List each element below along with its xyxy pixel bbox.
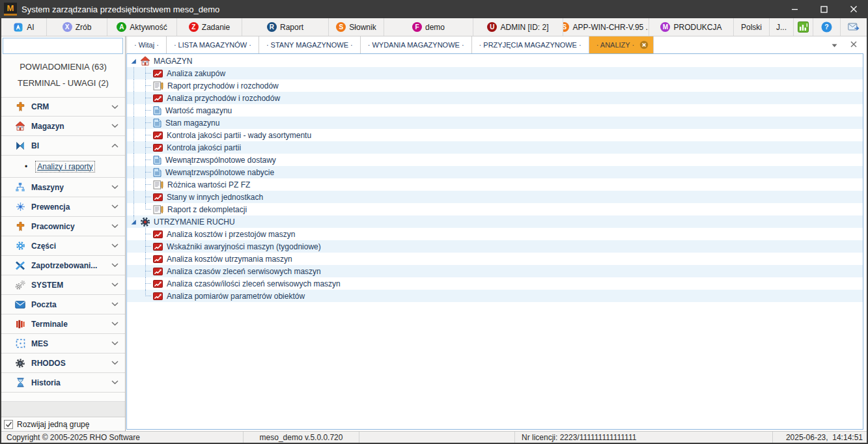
sidebar-item-maszyny-label: Maszyny <box>31 183 111 192</box>
sidebar-item-prewencja[interactable]: Prewencja <box>1 197 125 217</box>
sidebar: POWIADOMIENIA (63) TERMINAL - UWAGI (2) … <box>1 36 126 431</box>
tree-item[interactable]: Stany w innych jednostkach <box>127 191 863 203</box>
ai-icon <box>13 22 23 33</box>
jezyk-button[interactable]: J... <box>770 18 794 36</box>
x_blue-icon <box>14 260 26 271</box>
tree-group-2[interactable]: UTRZYMANIE RUCHU <box>127 215 863 228</box>
chevron-down-icon <box>111 224 119 229</box>
slownik-button[interactable]: SSłownik <box>329 18 384 36</box>
tab-lista-magazynow[interactable]: · LISTA MAGAZYNÓW · <box>167 36 259 53</box>
tree-item[interactable]: Analiza pomiarów parametrów obiektów <box>127 290 863 302</box>
tree-connector <box>133 191 134 203</box>
ai-button-label: AI <box>27 23 34 32</box>
admin-user-button[interactable]: UADMIN [ID: 2] <box>473 18 563 36</box>
sidebar-item-terminale[interactable]: Terminale <box>1 314 125 334</box>
sidebar-item-historia[interactable]: Historia <box>1 373 125 393</box>
tree-item[interactable]: Analiza czasów zleceń serwisowych maszyn <box>127 265 863 277</box>
expand-one-group-checkbox[interactable] <box>4 420 13 429</box>
terminal-notes-link[interactable]: TERMINAL - UWAGI (2) <box>1 77 125 89</box>
report-icon <box>153 205 163 214</box>
sidebar-item-rhodos[interactable]: RHODOS <box>1 354 125 373</box>
tab-przyjecia-magazynowe[interactable]: · PRZYJĘCIA MAGAZYNOWE · <box>472 36 589 53</box>
produkcja-button[interactable]: MPRODUKCJA <box>649 18 734 36</box>
statusbar-spacer <box>359 432 515 443</box>
tree-item[interactable]: Różnica wartości PZ FZ <box>127 178 863 191</box>
report-icon <box>153 81 163 90</box>
tree-item[interactable]: Analiza kosztów i przestojów maszyn <box>127 228 863 240</box>
minimize-button[interactable] <box>780 0 809 18</box>
f-circle-icon: F <box>412 22 422 32</box>
chevron-down-icon <box>111 380 119 385</box>
zrob-button[interactable]: XZrób <box>47 18 107 36</box>
tree-item[interactable]: Analiza przychodów i rozchodów <box>127 92 863 104</box>
zadanie-button[interactable]: ZZadanie <box>177 18 242 36</box>
tree-connector <box>133 166 134 178</box>
sidebar-item-maszyny[interactable]: Maszyny <box>1 178 125 197</box>
tab-analizy[interactable]: · ANALIZY · <box>589 36 654 53</box>
tree-item-label: Analiza pomiarów parametrów obiektów <box>167 292 305 301</box>
app-version-button-label: APP-WIN-CHR-V.95 ... <box>572 23 649 32</box>
tab-list-dropdown-button[interactable] <box>832 41 837 49</box>
tree-item[interactable]: Wewnątrzwspólnotowe nabycie <box>127 166 863 178</box>
tree-item-label: Raport z dekompletacji <box>167 205 247 214</box>
tree-item[interactable]: Analiza kosztów utrzymania maszyn <box>127 253 863 265</box>
tab-witaj[interactable]: · Witaj · <box>126 36 167 53</box>
tree-item-label: Wewnątrzwspólnotowe dostawy <box>165 156 276 165</box>
tree-item[interactable]: Analiza zakupów <box>127 67 863 79</box>
sidebar-search-input[interactable] <box>3 38 123 54</box>
tree-connector <box>133 154 134 166</box>
app-version-button[interactable]: SAPP-WIN-CHR-V.95 ... <box>563 18 649 36</box>
polski-button[interactable]: Polski <box>734 18 770 36</box>
sidebar-item-poczta-label: Poczta <box>31 300 111 309</box>
tree-item[interactable]: Raport z dekompletacji <box>127 203 863 215</box>
sidebar-item-zapotrzebowania[interactable]: Zapotrzebowani... <box>1 256 125 275</box>
titlebar: M System zarządzania przedsiębiorstwem m… <box>0 0 868 18</box>
u-circle-icon: U <box>487 22 497 32</box>
sidebar-item-crm[interactable]: CRM <box>1 97 125 117</box>
tab-close-button[interactable] <box>850 41 857 49</box>
sidebar-item-czesci[interactable]: Części <box>1 236 125 256</box>
send-message-button[interactable] <box>841 18 867 36</box>
sidebar-item-poczta[interactable]: Poczta <box>1 295 125 314</box>
tree-item[interactable]: Kontrola jakości partii <box>127 141 863 154</box>
sidebar-item-pracownicy[interactable]: Pracownicy <box>1 217 125 236</box>
tree-item-label: Analiza czasów zleceń serwisowych maszyn <box>167 267 321 276</box>
chart-icon <box>153 243 163 251</box>
tree-item[interactable]: Kontrola jakości partii - wady asortymen… <box>127 129 863 141</box>
tab-wydania-magazynowe[interactable]: · WYDANIA MAGAZYNOWE · <box>361 36 472 53</box>
tree-item[interactable]: Analiza czasów/ilości zleceń serwisowych… <box>127 277 863 290</box>
maximize-button[interactable] <box>809 0 839 18</box>
tree-item[interactable]: Wartość magazynu <box>127 104 863 117</box>
warehouse-icon <box>140 56 150 66</box>
sidebar-item-pracownicy-label: Pracownicy <box>31 222 111 231</box>
close-button[interactable] <box>839 0 868 18</box>
tree-item[interactable]: Wskaźniki awaryjności maszyn (tygodniowe… <box>127 240 863 253</box>
sidebar-subitem-analizy-i-raporty[interactable]: •Analizy i raporty <box>1 156 125 178</box>
raport-button[interactable]: RRaport <box>242 18 329 36</box>
tree-item-label: Wewnątrzwspólnotowe nabycie <box>165 168 274 177</box>
window-body: AIXZróbAAktywnośćZZadanieRRaportSSłownik… <box>1 18 867 443</box>
notifications-link[interactable]: POWIADOMIENIA (63) <box>1 61 125 73</box>
tree-item[interactable]: Raport przychodów i rozchodów <box>127 79 863 92</box>
tree-connector <box>145 147 151 148</box>
sidebar-item-zapotrzebowania-label: Zapotrzebowani... <box>31 261 111 270</box>
tree-item[interactable]: Wewnątrzwspólnotowe dostawy <box>127 154 863 166</box>
sidebar-item-system[interactable]: SYSTEM <box>1 275 125 295</box>
sidebar-item-bi[interactable]: BI <box>1 136 125 156</box>
aktywnosc-button[interactable]: AAktywność <box>107 18 177 36</box>
tab-stany-magazynowe[interactable]: · STANY MAGAZYNOWE · <box>259 36 361 53</box>
chart-stats-button[interactable] <box>794 18 813 36</box>
chevron-down-icon <box>111 185 119 189</box>
ai-button[interactable]: AI <box>1 18 47 36</box>
tree-item-label: Kontrola jakości partii - wady asortymen… <box>167 131 311 140</box>
tree-item[interactable]: Stan magazynu <box>127 117 863 129</box>
tree-connector <box>133 129 134 141</box>
sidebar-item-mes[interactable]: MES <box>1 334 125 354</box>
tree-connector <box>145 110 151 111</box>
demo-button[interactable]: Fdemo <box>384 18 473 36</box>
sidebar-item-magazyn[interactable]: Magazyn <box>1 117 125 136</box>
help-button[interactable]: ? <box>813 18 841 36</box>
tab-close-icon[interactable] <box>639 40 649 49</box>
tree-group-1[interactable]: MAGAZYN <box>127 55 863 67</box>
tree-connector <box>145 246 151 247</box>
